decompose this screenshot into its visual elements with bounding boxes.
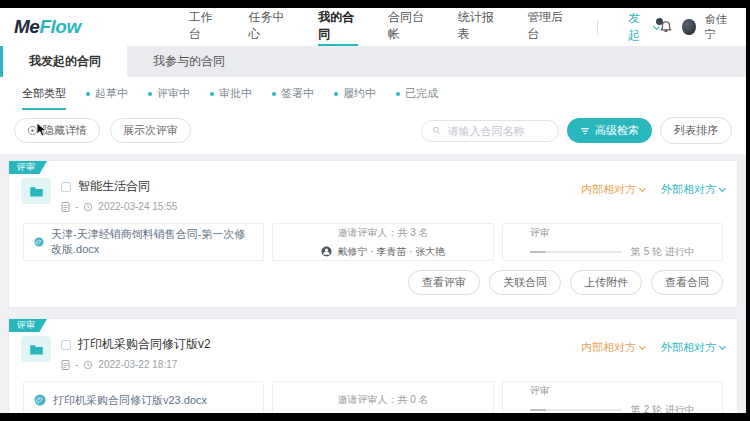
attachment-name: 天津-天津经销商饲料销售合同-第一次修改版.docx: [51, 227, 253, 257]
document-icon: [61, 202, 70, 212]
search-box[interactable]: [421, 120, 559, 142]
filter-approving[interactable]: 审批中: [210, 86, 252, 110]
attachment-item[interactable]: 打印机采购合同修订版v23.docx: [23, 381, 264, 413]
card-checkbox[interactable]: [61, 340, 71, 350]
attachment-icon: [34, 236, 44, 248]
review-status-ribbon: 评审: [9, 161, 47, 174]
nav-item-workbench[interactable]: 工作台: [189, 8, 219, 46]
top-nav-bar: MeFlow 工作台 任务中心 我的合同 合同台帐 统计报表 管理后台 发起 俞…: [0, 8, 746, 46]
folder-icon: [21, 336, 51, 362]
attachment-name: 打印机采购合同修订版v23.docx: [53, 393, 207, 408]
attachment-item[interactable]: 天津-天津经销商饲料销售合同-第一次修改版.docx: [23, 223, 264, 261]
folder-icon: [21, 178, 51, 204]
status-dot: [86, 92, 90, 96]
reviewer-summary: 邀请评审人：共 0 名: [337, 393, 428, 407]
tag-label: 内部相对方: [581, 340, 636, 355]
nav-item-task-center[interactable]: 任务中心: [248, 8, 288, 46]
hide-details-button[interactable]: 隐藏详情: [14, 118, 100, 143]
title-meta: 智能生活合同 - 2022-03-24 15:55: [61, 178, 177, 212]
contract-card: 评审 智能生活合同 - 2022-03-24 15:55: [8, 160, 738, 308]
card-detail-row: 天津-天津经销商饲料销售合同-第一次修改版.docx 邀请评审人：共 3 名 戴…: [23, 223, 723, 261]
chevron-down-icon: [719, 185, 726, 192]
round-status: 第 5 轮 进行中: [631, 245, 695, 259]
list-toolbar: 隐藏详情 展示次评审 高级检索 列表排序: [0, 110, 746, 154]
view-review-button[interactable]: 查看评审: [408, 270, 480, 295]
contract-id: -: [75, 359, 78, 370]
chevron-down-icon: [639, 343, 646, 350]
review-status-ribbon: 评审: [9, 319, 47, 332]
chevron-down-icon: [719, 343, 726, 350]
header-right: 俞佳宁: [659, 12, 732, 42]
filter-label: 全部类型: [22, 86, 66, 101]
related-contract-button[interactable]: 关联合同: [489, 270, 561, 295]
filter-reviewing[interactable]: 评审中: [148, 86, 190, 110]
initiate-dropdown[interactable]: 发起: [628, 10, 659, 44]
advanced-search-button[interactable]: 高级检索: [567, 118, 652, 143]
review-label: 评审: [530, 226, 695, 240]
reviewer-names: 戴修宁 · 李青苗 · 张大艳: [338, 245, 446, 259]
contract-date: 2022-03-24 15:55: [98, 201, 177, 212]
reviewer-box: 邀请评审人：共 3 名 戴修宁 · 李青苗 · 张大艳: [272, 223, 493, 261]
nav-divider: [597, 20, 598, 34]
filter-drafting[interactable]: 起草中: [86, 86, 128, 110]
sliders-icon: [580, 126, 590, 136]
advanced-search-label: 高级检索: [595, 123, 639, 138]
tag-external-party[interactable]: 外部相对方: [661, 182, 725, 197]
avatar[interactable]: [682, 19, 695, 35]
eye-icon: [27, 125, 38, 136]
contract-title[interactable]: 智能生活合同: [78, 178, 150, 195]
meflow-logo[interactable]: MeFlow: [14, 16, 81, 38]
nav-item-statistics-report[interactable]: 统计报表: [458, 8, 498, 46]
search-group: 高级检索 列表排序: [421, 117, 732, 144]
card-detail-row: 打印机采购合同修订版v23.docx 邀请评审人：共 0 名 评审 第 2 轮 …: [23, 381, 723, 413]
list-sort-button[interactable]: 列表排序: [660, 117, 732, 144]
tag-internal-party[interactable]: 内部相对方: [581, 340, 645, 355]
contract-title[interactable]: 打印机采购合同修订版v2: [78, 336, 211, 353]
status-filter-bar: 全部类型 起草中 评审中 审批中 签署中 履约中 已完成: [0, 77, 746, 110]
filter-label: 起草中: [95, 86, 128, 101]
review-progress-bar: [530, 251, 622, 253]
tag-label: 外部相对方: [661, 182, 716, 197]
logo-me: Me: [14, 16, 39, 37]
tag-internal-party[interactable]: 内部相对方: [581, 182, 645, 197]
review-label: 评审: [530, 384, 695, 398]
nav-item-my-contracts[interactable]: 我的合同: [318, 8, 358, 46]
filter-label: 已完成: [405, 86, 438, 101]
filter-label: 履约中: [343, 86, 376, 101]
notification-bell-icon[interactable]: [659, 20, 673, 34]
nav-item-admin-console[interactable]: 管理后台: [527, 8, 567, 46]
party-tags: 内部相对方 外部相对方: [581, 178, 725, 197]
view-contract-button[interactable]: 查看合同: [651, 270, 723, 295]
user-name: 俞佳宁: [705, 12, 732, 42]
search-icon: [432, 125, 442, 136]
filter-signing[interactable]: 签署中: [272, 86, 314, 110]
card-checkbox[interactable]: [61, 182, 71, 192]
tag-external-party[interactable]: 外部相对方: [661, 340, 725, 355]
party-tags: 内部相对方 外部相对方: [581, 336, 725, 355]
filter-all-types[interactable]: 全部类型: [22, 86, 66, 110]
hide-details-label: 隐藏详情: [43, 123, 87, 138]
title-meta: 打印机采购合同修订版v2 - 2022-03-22 18:17: [61, 336, 211, 370]
document-icon: [61, 360, 70, 370]
show-sub-review-label: 展示次评审: [123, 123, 178, 138]
upload-attachment-button[interactable]: 上传附件: [570, 270, 642, 295]
status-dot: [148, 92, 152, 96]
card-title-row: 打印机采购合同修订版v2 - 2022-03-22 18:17 内部相对方 外部…: [21, 336, 725, 370]
review-progress-box: 评审 第 5 轮 进行中: [502, 223, 723, 261]
round-status: 第 2 轮 进行中: [631, 403, 695, 414]
show-sub-review-button[interactable]: 展示次评审: [110, 118, 191, 143]
logo-flow: Flow: [39, 16, 80, 37]
review-progress-bar: [530, 409, 622, 411]
contract-id: -: [75, 201, 78, 212]
filter-completed[interactable]: 已完成: [396, 86, 438, 110]
tag-label: 外部相对方: [661, 340, 716, 355]
tab-participated-contracts[interactable]: 我参与的合同: [127, 46, 251, 77]
filter-performing[interactable]: 履约中: [334, 86, 376, 110]
tab-initiated-contracts[interactable]: 我发起的合同: [0, 46, 127, 77]
nav-item-contract-ledger[interactable]: 合同台帐: [388, 8, 428, 46]
attachment-icon: [34, 394, 46, 406]
reviewer-box: 邀请评审人：共 0 名: [272, 381, 493, 413]
filter-label: 审批中: [219, 86, 252, 101]
search-input[interactable]: [448, 125, 548, 137]
initiate-label: 发起: [628, 10, 645, 44]
